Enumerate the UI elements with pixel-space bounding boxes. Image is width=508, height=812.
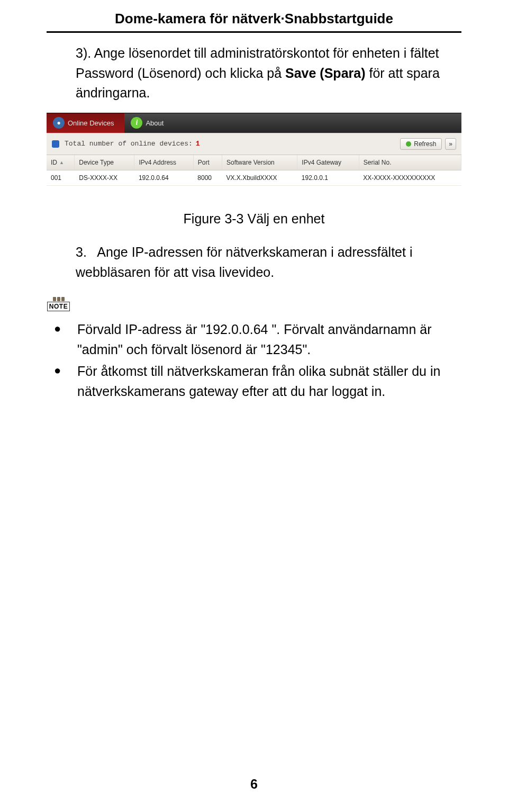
refresh-icon	[406, 141, 411, 147]
cell-id: 001	[47, 170, 75, 186]
device-count-icon	[52, 140, 59, 148]
paragraph-step-3: 3). Ange lösenordet till administratörsk…	[76, 43, 461, 103]
info-icon: i	[131, 117, 142, 129]
note-block: NOTE	[47, 297, 461, 311]
page-number: 6	[0, 777, 508, 792]
tab-about-label: About	[146, 119, 164, 127]
tab-online-devices[interactable]: ● Online Devices	[47, 113, 124, 133]
app-screenshot: ● Online Devices i About Total number of…	[47, 113, 461, 186]
bullet-list: Förvald IP-adress är "192.0.0.64 ". Förv…	[54, 320, 461, 401]
tab-online-devices-label: Online Devices	[68, 119, 114, 127]
tab-about[interactable]: i About	[124, 113, 174, 133]
clipboard-icon	[53, 297, 65, 301]
tab-bar: ● Online Devices i About	[47, 113, 461, 133]
table-row[interactable]: 001 DS-XXXX-XX 192.0.0.64 8000 VX.X.Xbui…	[47, 170, 461, 186]
total-devices-value: 1	[196, 140, 200, 148]
cell-ipv4-gateway: 192.0.0.1	[297, 170, 359, 186]
globe-icon: ●	[53, 117, 65, 129]
toolbar-left: Total number of online devices: 1	[52, 140, 200, 148]
cell-software-version: VX.X.XbuildXXXX	[222, 170, 297, 186]
toolbar: Total number of online devices: 1 Refres…	[47, 133, 461, 155]
col-software-version[interactable]: Software Version	[222, 155, 297, 170]
note-icon: NOTE	[47, 297, 70, 311]
toolbar-right: Refresh »	[400, 138, 456, 150]
col-serial-no[interactable]: Serial No.	[359, 155, 461, 170]
figure-caption: Figure 3-3 Välj en enhet	[47, 211, 461, 227]
total-devices-label: Total number of online devices:	[65, 140, 193, 148]
col-id[interactable]: ID▲	[47, 155, 75, 170]
col-ipv4-gateway[interactable]: IPv4 Gateway	[297, 155, 359, 170]
device-table: ID▲ Device Type IPv4 Address Port Softwa…	[47, 155, 461, 186]
para-ip-text: Ange IP-adressen för nätverkskameran i a…	[76, 245, 412, 279]
col-ipv4-address[interactable]: IPv4 Address	[134, 155, 193, 170]
document-title: Dome-kamera för nätverk·Snabbstartguide	[47, 11, 461, 33]
list-item: För åtkomst till nätverkskameran från ol…	[54, 362, 461, 401]
expand-button[interactable]: »	[445, 138, 456, 150]
cell-port: 8000	[193, 170, 222, 186]
refresh-label: Refresh	[414, 140, 436, 148]
cell-ipv4-address: 192.0.0.64	[134, 170, 193, 186]
note-label: NOTE	[47, 302, 70, 311]
refresh-button[interactable]: Refresh	[400, 138, 442, 150]
col-id-label: ID	[51, 159, 57, 166]
para3-bold: Save (Spara)	[285, 66, 369, 80]
col-device-type[interactable]: Device Type	[75, 155, 134, 170]
paragraph-step-ip: 3. Ange IP-adressen för nätverkskameran …	[76, 242, 461, 282]
col-port[interactable]: Port	[193, 155, 222, 170]
cell-device-type: DS-XXXX-XX	[75, 170, 134, 186]
list-item: Förvald IP-adress är "192.0.0.64 ". Förv…	[54, 320, 461, 359]
para-ip-num: 3.	[76, 245, 87, 259]
table-header-row: ID▲ Device Type IPv4 Address Port Softwa…	[47, 155, 461, 170]
cell-serial-no: XX-XXXX-XXXXXXXXXX	[359, 170, 461, 186]
sort-asc-icon: ▲	[59, 160, 64, 165]
